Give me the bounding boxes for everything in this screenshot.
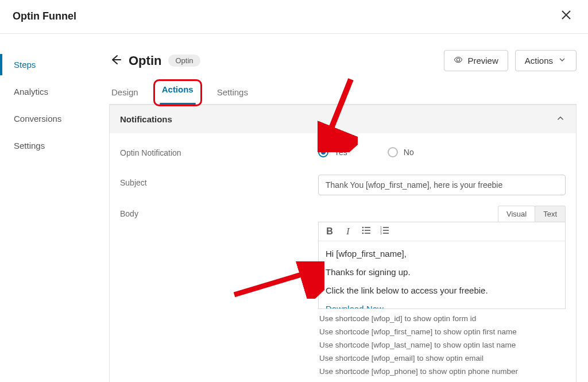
- notifications-panel: Notifications Optin Notification Yes: [109, 105, 577, 382]
- tab-design[interactable]: Design: [109, 83, 141, 104]
- subject-label: Subject: [120, 175, 318, 187]
- svg-text:3: 3: [380, 231, 382, 235]
- svg-rect-3: [365, 230, 370, 231]
- panel-title: Notifications: [120, 114, 172, 124]
- subject-input[interactable]: [318, 175, 566, 195]
- editor-link: Download Now: [326, 302, 558, 309]
- svg-rect-9: [383, 230, 389, 231]
- sidebar-item-label: Settings: [14, 141, 45, 151]
- body-editor[interactable]: Hi [wfop_first_name], Thanks for signing…: [318, 241, 566, 309]
- radio-label: No: [404, 148, 414, 157]
- bullet-list-icon[interactable]: [361, 226, 372, 237]
- sidebar-item-steps[interactable]: Steps: [0, 54, 98, 75]
- tab-label: Design: [111, 87, 138, 97]
- optin-notification-no[interactable]: No: [388, 147, 414, 157]
- sidebar: Steps Analytics Conversions Settings: [0, 34, 98, 382]
- actions-button-label: Actions: [525, 56, 553, 65]
- preview-button-label: Preview: [467, 56, 498, 65]
- body-label: Body: [120, 206, 318, 218]
- close-icon[interactable]: [557, 7, 575, 25]
- inner-tabs: Design Actions Settings: [109, 83, 577, 105]
- hint-line: Use shortcode [wfop_email] to show optin…: [319, 352, 566, 365]
- preview-button[interactable]: Preview: [444, 50, 508, 71]
- page-title: Optin: [129, 53, 161, 68]
- optin-notification-label: Optin Notification: [120, 145, 318, 157]
- sidebar-item-label: Conversions: [14, 114, 61, 124]
- editor-tab-label: Text: [543, 210, 557, 218]
- panel-header[interactable]: Notifications: [110, 105, 576, 133]
- chevron-up-icon: [555, 113, 566, 125]
- svg-rect-5: [365, 233, 370, 234]
- sidebar-item-analytics[interactable]: Analytics: [0, 81, 98, 102]
- svg-rect-7: [383, 227, 389, 228]
- svg-point-4: [362, 233, 364, 234]
- svg-point-2: [362, 230, 364, 231]
- radio-icon: [318, 147, 328, 157]
- italic-icon[interactable]: I: [343, 226, 353, 237]
- tab-label: Settings: [217, 87, 248, 97]
- editor-tab-text[interactable]: Text: [535, 206, 566, 222]
- bold-icon[interactable]: B: [324, 226, 335, 237]
- sidebar-item-conversions[interactable]: Conversions: [0, 108, 98, 129]
- radio-icon: [388, 147, 398, 157]
- hint-line: Use shortcode [wfop_first_name] to show …: [319, 326, 566, 339]
- app-title: Optin Funnel: [13, 10, 76, 22]
- back-arrow-icon[interactable]: [109, 53, 122, 68]
- svg-rect-11: [383, 233, 389, 234]
- editor-line: Hi [wfop_first_name],: [326, 247, 558, 261]
- editor-tab-visual[interactable]: Visual: [498, 206, 535, 222]
- editor-line: Thanks for signing up.: [326, 265, 558, 279]
- numbered-list-icon[interactable]: 123: [380, 226, 390, 237]
- editor-toolbar: B I 123: [318, 222, 566, 241]
- eye-icon: [454, 55, 463, 66]
- svg-rect-1: [365, 227, 370, 228]
- hint-line: Use shortcode [wfop_last_name] to show o…: [319, 339, 566, 352]
- sidebar-item-settings[interactable]: Settings: [0, 135, 98, 156]
- tab-actions[interactable]: Actions: [153, 79, 202, 106]
- editor-tab-label: Visual: [506, 210, 527, 218]
- hint-line: Use shortcode [wfop_phone] to show optin…: [319, 365, 566, 379]
- shortcode-hints: Use shortcode [wfop_id] to show optin fo…: [318, 312, 566, 379]
- chevron-down-icon: [558, 55, 567, 66]
- actions-button[interactable]: Actions: [515, 50, 577, 71]
- svg-point-0: [362, 227, 364, 229]
- tab-settings[interactable]: Settings: [215, 83, 250, 104]
- editor-line: Click the link below to access your free…: [326, 284, 558, 298]
- hint-line: Use shortcode [wfop_id] to show optin fo…: [319, 312, 566, 326]
- tab-label: Actions: [162, 84, 194, 94]
- step-type-badge: Optin: [168, 55, 200, 67]
- sidebar-item-label: Steps: [14, 60, 36, 70]
- sidebar-item-label: Analytics: [14, 87, 48, 97]
- radio-label: Yes: [334, 148, 347, 157]
- optin-notification-yes[interactable]: Yes: [318, 147, 347, 157]
